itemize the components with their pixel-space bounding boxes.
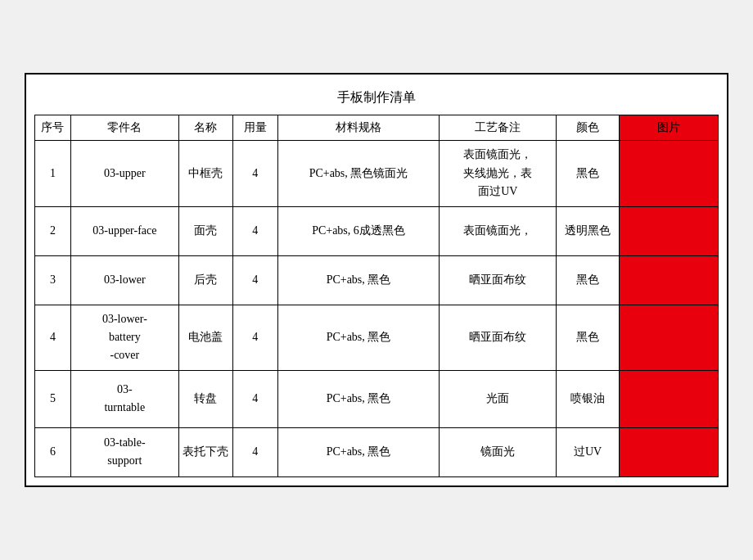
header-process: 工艺备注 bbox=[440, 115, 557, 141]
table-cell: 4 bbox=[232, 141, 277, 206]
table-cell: 4 bbox=[232, 370, 277, 427]
table-cell: PC+abs, 黑色 bbox=[277, 305, 440, 370]
header-pic: 图片 bbox=[620, 115, 719, 141]
table-cell: 中框壳 bbox=[178, 141, 232, 206]
table-cell: 黑色 bbox=[557, 141, 620, 206]
table-row: 503- turntable转盘4PC+abs, 黑色光面喷银油 bbox=[35, 370, 719, 427]
table-cell bbox=[620, 305, 719, 370]
table-cell: 6 bbox=[35, 427, 71, 476]
table-cell: 黑色 bbox=[557, 305, 620, 370]
table-cell: PC+abs, 黑色 bbox=[277, 255, 440, 305]
table-cell: 过UV bbox=[557, 427, 620, 476]
table-cell: 03- turntable bbox=[70, 370, 178, 427]
header-row: 序号 零件名 名称 用量 材料规格 工艺备注 颜色 图片 bbox=[35, 115, 719, 141]
table-row: 403-lower- battery -cover电池盖4PC+abs, 黑色晒… bbox=[35, 305, 719, 370]
table-cell bbox=[620, 427, 719, 476]
table-cell: 表面镜面光， bbox=[440, 206, 557, 255]
table-cell: 4 bbox=[232, 305, 277, 370]
table-cell: 面壳 bbox=[178, 206, 232, 255]
bom-table: 序号 零件名 名称 用量 材料规格 工艺备注 颜色 图片 103-upper中框… bbox=[34, 115, 719, 476]
table-cell: 后壳 bbox=[178, 255, 232, 305]
bom-table-wrapper: 手板制作清单 序号 零件名 名称 用量 材料规格 工艺备注 颜色 图片 103-… bbox=[25, 73, 728, 486]
header-seq: 序号 bbox=[35, 115, 71, 141]
table-cell: 2 bbox=[35, 206, 71, 255]
table-cell: 03-lower bbox=[70, 255, 178, 305]
table-cell: 表面镜面光， 夹线抛光，表 面过UV bbox=[440, 141, 557, 206]
table-cell: 5 bbox=[35, 370, 71, 427]
table-cell bbox=[620, 370, 719, 427]
table-cell: PC+abs, 黑色 bbox=[277, 427, 440, 476]
table-cell: 3 bbox=[35, 255, 71, 305]
header-part: 零件名 bbox=[70, 115, 178, 141]
table-cell: PC+abs, 黑色镜面光 bbox=[277, 141, 440, 206]
table-cell bbox=[620, 255, 719, 305]
table-cell: 4 bbox=[232, 427, 277, 476]
table-cell: 03-table- support bbox=[70, 427, 178, 476]
header-color: 颜色 bbox=[557, 115, 620, 141]
table-cell: 1 bbox=[35, 141, 71, 206]
table-title: 手板制作清单 bbox=[34, 83, 719, 115]
table-cell bbox=[620, 141, 719, 206]
header-name: 名称 bbox=[178, 115, 232, 141]
table-cell: 喷银油 bbox=[557, 370, 620, 427]
table-cell: 表托下壳 bbox=[178, 427, 232, 476]
table-row: 603-table- support表托下壳4PC+abs, 黑色镜面光过UV bbox=[35, 427, 719, 476]
table-cell: 03-upper-face bbox=[70, 206, 178, 255]
table-cell: 4 bbox=[232, 206, 277, 255]
table-cell: 03-lower- battery -cover bbox=[70, 305, 178, 370]
table-cell: 4 bbox=[232, 255, 277, 305]
table-cell: PC+abs, 黑色 bbox=[277, 370, 440, 427]
header-spec: 材料规格 bbox=[277, 115, 440, 141]
table-cell: 4 bbox=[35, 305, 71, 370]
table-row: 303-lower后壳4PC+abs, 黑色晒亚面布纹黑色 bbox=[35, 255, 719, 305]
table-row: 203-upper-face面壳4PC+abs, 6成透黑色表面镜面光，透明黑色 bbox=[35, 206, 719, 255]
table-cell: PC+abs, 6成透黑色 bbox=[277, 206, 440, 255]
table-cell: 光面 bbox=[440, 370, 557, 427]
table-cell: 黑色 bbox=[557, 255, 620, 305]
table-cell: 晒亚面布纹 bbox=[440, 255, 557, 305]
table-row: 103-upper中框壳4PC+abs, 黑色镜面光表面镜面光， 夹线抛光，表 … bbox=[35, 141, 719, 206]
table-cell: 晒亚面布纹 bbox=[440, 305, 557, 370]
table-cell: 镜面光 bbox=[440, 427, 557, 476]
table-cell bbox=[620, 206, 719, 255]
header-qty: 用量 bbox=[232, 115, 277, 141]
table-cell: 电池盖 bbox=[178, 305, 232, 370]
table-cell: 03-upper bbox=[70, 141, 178, 206]
table-cell: 转盘 bbox=[178, 370, 232, 427]
table-cell: 透明黑色 bbox=[557, 206, 620, 255]
